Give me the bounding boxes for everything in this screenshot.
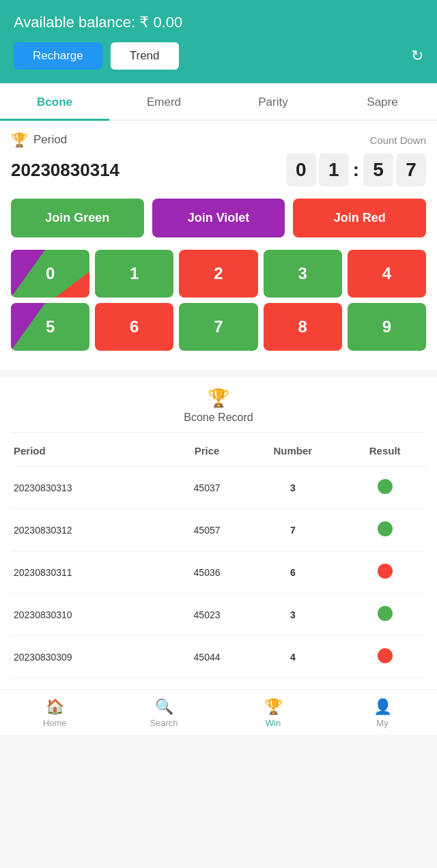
record-trophy-icon: 🏆	[208, 388, 229, 409]
row-result	[343, 467, 426, 509]
result-dot	[378, 521, 393, 536]
row-result	[343, 636, 426, 678]
header: Available balance: ₹ 0.00 Recharge Trend…	[0, 0, 437, 83]
row-number: 3	[242, 467, 343, 509]
period-label: Period	[33, 133, 67, 147]
countdown-d2: 5	[363, 154, 393, 186]
row-number: 3	[242, 594, 343, 636]
number-label-2: 2	[214, 264, 223, 283]
nav-search[interactable]: 🔍 Search	[109, 690, 218, 735]
search-icon: 🔍	[155, 698, 173, 716]
refresh-icon[interactable]: ↻	[411, 47, 423, 65]
col-result: Result	[343, 435, 426, 467]
number-cell-8[interactable]: 8	[264, 303, 342, 351]
nav-search-label: Search	[150, 718, 178, 728]
tab-sapre[interactable]: Sapre	[328, 83, 437, 121]
nav-my[interactable]: 👤 My	[328, 690, 437, 735]
nav-win-label: Win	[266, 718, 281, 728]
win-icon: 🏆	[264, 698, 283, 716]
number-label-4: 4	[382, 264, 391, 283]
col-period: Period	[11, 435, 172, 467]
result-dot	[378, 564, 393, 579]
countdown-d3: 7	[396, 154, 426, 186]
period-number: 20230830314	[11, 160, 119, 181]
row-price: 45023	[172, 594, 242, 636]
game-area: 🏆 Period Count Down 20230830314 0 1 : 5 …	[0, 121, 437, 370]
row-period: 20230830309	[11, 636, 172, 678]
bottom-nav: 🏠 Home 🔍 Search 🏆 Win 👤 My	[0, 689, 437, 735]
result-dot	[378, 606, 393, 621]
tab-bar: Bcone Emerd Parity Sapre	[0, 83, 437, 121]
tab-emerd[interactable]: Emerd	[109, 83, 218, 121]
number-label-6: 6	[130, 317, 139, 336]
row-price: 45044	[172, 636, 242, 678]
home-icon: 🏠	[46, 698, 64, 716]
row-number: 4	[242, 636, 343, 678]
balance-label: Available balance: ₹ 0.00	[14, 14, 423, 31]
row-price: 45036	[172, 551, 242, 594]
countdown: 0 1 : 5 7	[286, 154, 426, 186]
table-row: 20230830311450366	[11, 551, 426, 594]
number-grid: 0 1 2 3 4 5 6 7 8	[11, 250, 426, 351]
record-table: Period Price Number Result 2023083031345…	[11, 435, 426, 678]
nav-win[interactable]: 🏆 Win	[218, 690, 328, 735]
join-buttons: Join Green Join Violet Join Red	[11, 199, 426, 237]
table-row: 20230830312450577	[11, 509, 426, 551]
number-label-9: 9	[382, 317, 391, 336]
countdown-label: Count Down	[369, 134, 426, 146]
nav-my-label: My	[376, 718, 388, 728]
number-label-7: 7	[214, 317, 223, 336]
row-result	[343, 551, 426, 594]
record-section: 🏆 Bcone Record Period Price Number Resul…	[0, 377, 437, 689]
number-cell-7[interactable]: 7	[179, 303, 257, 351]
table-row: 20230830313450373	[11, 467, 426, 509]
join-red-button[interactable]: Join Red	[293, 199, 426, 237]
countdown-d1: 1	[319, 154, 349, 186]
trophy-icon: 🏆	[11, 132, 28, 148]
number-cell-4[interactable]: 4	[348, 250, 426, 298]
row-period: 20230830311	[11, 551, 172, 594]
result-dot	[378, 648, 393, 663]
number-label-5: 5	[46, 317, 55, 336]
number-cell-3[interactable]: 3	[264, 250, 342, 298]
number-cell-0[interactable]: 0	[11, 250, 89, 298]
number-cell-9[interactable]: 9	[348, 303, 426, 351]
number-label-3: 3	[298, 264, 307, 283]
countdown-d0: 0	[286, 154, 316, 186]
row-result	[343, 509, 426, 551]
nav-home[interactable]: 🏠 Home	[0, 690, 109, 735]
join-violet-button[interactable]: Join Violet	[152, 199, 285, 237]
tab-parity[interactable]: Parity	[218, 83, 328, 121]
table-row: 20230830310450233	[11, 594, 426, 636]
number-cell-2[interactable]: 2	[179, 250, 257, 298]
row-number: 6	[242, 551, 343, 594]
number-cell-5[interactable]: 5	[11, 303, 89, 351]
my-icon: 👤	[373, 698, 392, 716]
number-label-1: 1	[130, 264, 139, 283]
row-period: 20230830310	[11, 594, 172, 636]
countdown-sep: :	[353, 159, 359, 181]
row-price: 45057	[172, 509, 242, 551]
record-title: Bcone Record	[184, 411, 253, 424]
col-price: Price	[172, 435, 242, 467]
nav-home-label: Home	[43, 718, 67, 728]
tab-bcone[interactable]: Bcone	[0, 83, 109, 121]
number-label-0: 0	[46, 264, 55, 283]
row-number: 7	[242, 509, 343, 551]
col-number: Number	[242, 435, 343, 467]
row-result	[343, 594, 426, 636]
recharge-button[interactable]: Recharge	[14, 42, 102, 70]
join-green-button[interactable]: Join Green	[11, 199, 144, 237]
trend-button[interactable]: Trend	[111, 42, 179, 70]
record-header: 🏆 Bcone Record	[11, 388, 426, 433]
row-price: 45037	[172, 467, 242, 509]
number-cell-6[interactable]: 6	[95, 303, 173, 351]
number-cell-1[interactable]: 1	[95, 250, 173, 298]
row-period: 20230830313	[11, 467, 172, 509]
result-dot	[378, 479, 393, 494]
number-label-8: 8	[298, 317, 307, 336]
row-period: 20230830312	[11, 509, 172, 551]
table-row: 20230830309450444	[11, 636, 426, 678]
